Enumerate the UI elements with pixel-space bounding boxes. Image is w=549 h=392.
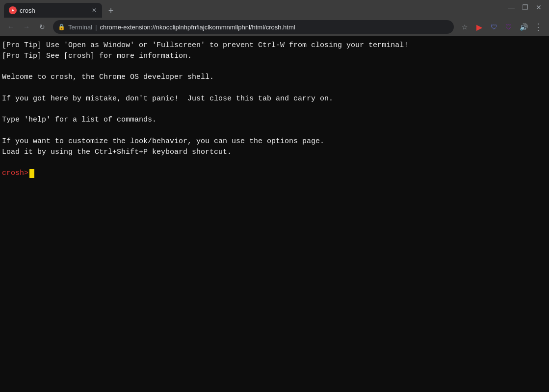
tab-close-button[interactable]: ✕ [90, 6, 98, 14]
tab-strip: ● crosh ✕ + [4, 0, 118, 18]
terminal-line: [Pro Tip] Use 'Open as Window' or 'Fulls… [2, 40, 547, 51]
minimize-button[interactable]: — [505, 1, 518, 14]
close-button[interactable]: ✕ [532, 1, 545, 14]
browser-chrome: ● crosh ✕ + — ❐ ✕ ← → ↻ 🔒 Terminal | chr… [0, 0, 549, 36]
terminal-line: Load it by using the Ctrl+Shift+P keyboa… [2, 147, 547, 158]
tab-title: crosh [20, 7, 87, 14]
window-controls: — ❐ ✕ [505, 1, 545, 17]
terminal-line: [Pro Tip] See [crosh] for more informati… [2, 51, 547, 62]
url-text: chrome-extension://nkoccliplnhpfnfiajclk… [100, 24, 449, 31]
terminal-line [2, 157, 547, 168]
back-button[interactable]: ← [4, 20, 18, 34]
menu-button[interactable]: ⋮ [531, 20, 545, 34]
extension3-button[interactable]: 🛡 [502, 20, 516, 34]
favicon-icon: ● [11, 8, 14, 13]
new-tab-button[interactable]: + [104, 4, 118, 18]
prompt-line[interactable]: crosh> [2, 168, 547, 179]
lock-icon: 🔒 [58, 24, 65, 30]
toolbar: ← → ↻ 🔒 Terminal | chrome-extension://nk… [0, 18, 549, 36]
terminal-line [2, 83, 547, 94]
title-bar: ● crosh ✕ + — ❐ ✕ [0, 0, 549, 18]
terminal-line: Type 'help' for a list of commands. [2, 115, 547, 125]
active-tab[interactable]: ● crosh ✕ [4, 3, 102, 18]
terminal-line: If you got here by mistake, don't panic!… [2, 94, 547, 104]
address-divider: | [95, 24, 97, 31]
address-bar[interactable]: 🔒 Terminal | chrome-extension://nkocclip… [53, 20, 454, 34]
site-label: Terminal [68, 24, 92, 31]
extension4-button[interactable]: 🔊 [517, 20, 530, 34]
toolbar-actions: ☆ ▶ 🛡 🛡 🔊 ⋮ [458, 20, 545, 34]
terminal[interactable]: [Pro Tip] Use 'Open as Window' or 'Fulls… [0, 36, 549, 392]
terminal-line [2, 125, 547, 136]
forward-button[interactable]: → [20, 20, 33, 34]
terminal-line [2, 104, 547, 115]
terminal-line: If you want to customize the look/behavi… [2, 136, 547, 147]
extension1-button[interactable]: ▶ [472, 20, 486, 34]
bookmark-button[interactable]: ☆ [458, 20, 471, 34]
reload-button[interactable]: ↻ [35, 20, 49, 34]
terminal-line [2, 62, 547, 73]
cursor [29, 169, 34, 178]
terminal-line: Welcome to crosh, the Chrome OS develope… [2, 72, 547, 83]
prompt-text: crosh> [2, 168, 28, 179]
tab-favicon: ● [9, 6, 17, 14]
maximize-button[interactable]: ❐ [519, 1, 531, 14]
extension2-button[interactable]: 🛡 [487, 20, 501, 34]
